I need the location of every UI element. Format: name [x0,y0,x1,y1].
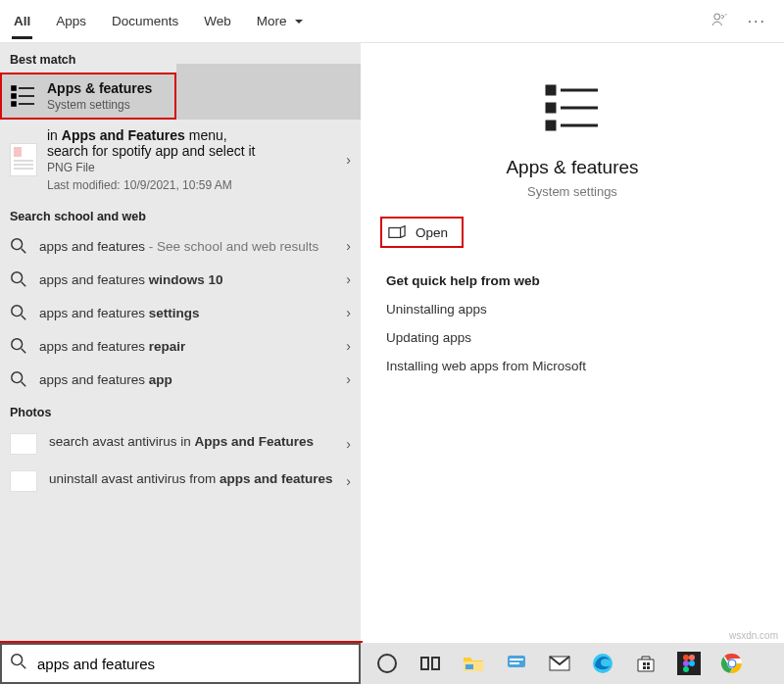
file-type: PNG File [47,161,336,174]
chevron-right-icon[interactable]: › [346,271,351,287]
svg-rect-27 [421,658,428,669]
preview-subtitle: System settings [361,184,784,199]
svg-point-42 [689,655,695,660]
preview-title: Apps & features [361,157,784,178]
tab-documents[interactable]: Documents [110,4,180,39]
chevron-right-icon[interactable]: › [346,473,351,489]
tab-all[interactable]: All [12,4,32,39]
result-title: Apps & features [47,80,152,96]
web-result-0[interactable]: apps and features - See school and web r… [0,229,361,263]
chevron-right-icon[interactable]: › [346,436,351,452]
web-query: apps and features settings [39,306,200,320]
svg-point-13 [12,339,23,350]
svg-point-11 [12,306,23,317]
result-apps-and-features[interactable]: Apps & features System settings [0,73,176,120]
search-icon [10,370,27,388]
photo-text: search avast antivirus in Apps and Featu… [49,433,314,451]
photo-result-0[interactable]: search avast antivirus in Apps and Featu… [0,425,361,463]
svg-rect-37 [647,662,650,665]
photo-thumbnail-icon [10,470,37,492]
quick-link-updating[interactable]: Updating apps [386,330,759,345]
photos-label: Photos [0,396,361,425]
quick-help-header: Get quick help from web [386,273,759,288]
svg-point-7 [12,239,23,250]
photo-thumbnail-icon [10,433,37,455]
more-options-icon[interactable]: ··· [748,13,766,30]
file-line-post: menu, [185,127,227,143]
svg-rect-36 [643,662,646,665]
search-icon [10,237,27,255]
chevron-right-icon[interactable]: › [346,152,351,168]
result-file-png[interactable]: in Apps and Features menu, search for sp… [0,120,361,200]
chevron-right-icon[interactable]: › [346,371,351,387]
file-thumbnail-icon [10,143,37,176]
svg-point-45 [683,666,689,672]
results-panel: Best match Apps & features System settin… [0,43,361,643]
photo-result-1[interactable]: uninstall avast antivirus from apps and … [0,463,361,500]
header-actions: ··· [710,11,772,32]
svg-point-24 [12,655,23,665]
web-query: apps and features app [39,372,172,387]
svg-rect-30 [466,664,473,669]
svg-point-0 [713,14,719,20]
search-header: All Apps Documents Web More ··· [0,0,784,43]
svg-rect-1 [12,86,16,90]
photo-text: uninstall avast antivirus from apps and … [49,470,333,488]
quick-link-uninstalling[interactable]: Uninstalling apps [386,302,759,317]
tab-apps[interactable]: Apps [54,4,88,39]
web-result-4[interactable]: apps and features app › [0,363,361,396]
search-icon [10,270,27,288]
watermark: wsxdn.com [729,630,778,641]
svg-rect-31 [508,656,525,667]
file-line-bold: Apps and Features [62,127,185,143]
open-row: Open [361,211,784,254]
svg-rect-38 [643,666,646,669]
svg-rect-21 [547,122,555,129]
figma-icon[interactable] [676,651,702,676]
caret-down-icon [290,14,304,28]
mail-icon[interactable] [547,651,572,676]
open-button[interactable]: Open [382,219,462,246]
web-query: apps and features - See school and web r… [39,239,318,254]
chevron-right-icon[interactable]: › [346,338,351,354]
search-icon [10,653,27,674]
svg-line-8 [22,249,26,254]
quick-link-webapps[interactable]: Installing web apps from Microsoft [386,359,759,373]
result-text: in Apps and Features menu, search for sp… [47,127,336,192]
chrome-icon[interactable] [719,651,745,676]
feedback-hub-icon[interactable] [504,651,529,676]
tab-more[interactable]: More [255,4,307,39]
filter-tabs: All Apps Documents Web More [12,4,710,39]
svg-point-48 [729,660,735,666]
edge-icon[interactable] [590,651,615,676]
web-query: apps and features repair [39,339,185,354]
store-icon[interactable] [633,651,659,676]
result-text: Apps & features System settings [47,80,152,112]
svg-line-14 [22,349,26,354]
task-view-icon[interactable] [417,651,443,676]
chevron-right-icon[interactable]: › [346,305,351,320]
web-result-1[interactable]: apps and features windows 10 › [0,263,361,296]
search-input[interactable] [35,655,351,673]
search-bar[interactable] [0,643,361,684]
svg-rect-28 [432,658,439,669]
web-result-3[interactable]: apps and features repair › [0,329,361,363]
svg-point-43 [683,660,689,666]
web-result-2[interactable]: apps and features settings › [0,296,361,329]
open-icon [388,224,406,240]
preview-panel: Apps & features System settings Open Get… [361,43,784,643]
file-explorer-icon[interactable] [461,651,486,676]
svg-rect-23 [389,228,401,238]
tab-web[interactable]: Web [202,4,233,39]
svg-point-15 [12,372,23,383]
svg-rect-32 [510,659,523,660]
chevron-right-icon[interactable]: › [346,238,351,254]
search-icon [10,304,27,321]
svg-line-10 [22,282,26,287]
feedback-icon[interactable] [710,11,728,32]
file-line-pre: in [47,127,62,143]
svg-rect-39 [647,666,650,669]
svg-point-26 [378,655,396,672]
open-label: Open [416,225,448,240]
cortana-icon[interactable] [374,651,400,676]
